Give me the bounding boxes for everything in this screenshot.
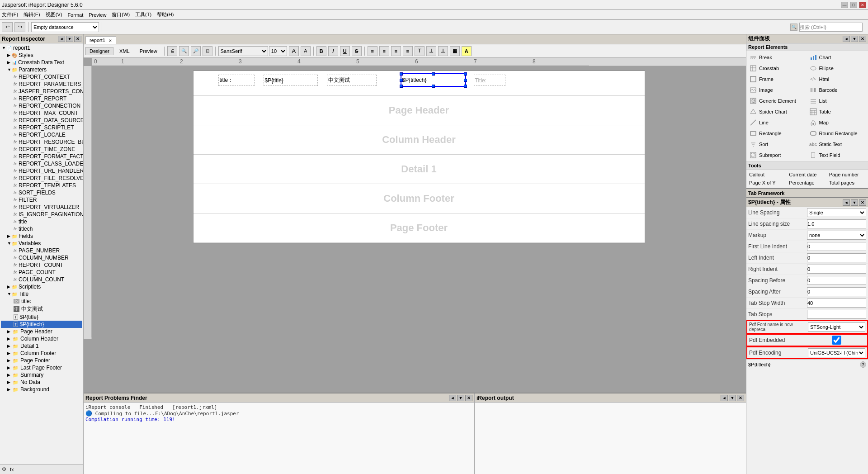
- zoom-in-button[interactable]: 🔎: [191, 46, 201, 56]
- components-menu[interactable]: ▼: [851, 36, 858, 42]
- prop-val-sb[interactable]: [807, 276, 866, 285]
- prop-val-pf[interactable]: STSong-Light: [808, 322, 865, 332]
- tree-param-title[interactable]: fxtitle: [1, 218, 82, 225]
- element-table[interactable]: Table: [807, 106, 868, 117]
- font-size-select[interactable]: 10: [269, 46, 287, 56]
- bold-button[interactable]: B: [316, 46, 326, 56]
- tree-title-band[interactable]: ▼📁Title: [1, 290, 82, 298]
- menu-help[interactable]: 帮助(H): [157, 11, 174, 18]
- tree-col-header[interactable]: ▶📁Column Header: [1, 335, 82, 342]
- forward-button[interactable]: ↪: [14, 22, 25, 32]
- element-subreport[interactable]: Subreport: [747, 150, 807, 161]
- tree-param-titlech[interactable]: fxtitlech: [1, 225, 82, 232]
- minimize-button[interactable]: —: [841, 2, 848, 8]
- tree-param-tmpl[interactable]: fxREPORT_TEMPLATES: [1, 182, 82, 189]
- inspector-collapse[interactable]: ◄: [58, 36, 65, 42]
- tree-param-map[interactable]: fxREPORT_PARAMETERS_MAP: [1, 81, 82, 88]
- font-grow-button[interactable]: A: [289, 46, 299, 56]
- handle-bl[interactable]: [400, 85, 403, 88]
- prop-val-sa[interactable]: [807, 287, 866, 296]
- menu-tools[interactable]: 工具(T): [135, 11, 151, 18]
- tool-callout[interactable]: Callout: [747, 171, 787, 179]
- element-list[interactable]: List: [807, 95, 868, 106]
- search-input[interactable]: [799, 23, 863, 32]
- tree-last-page[interactable]: ▶📁Last Page Footer: [1, 364, 82, 371]
- tool-current-date[interactable]: Current date: [787, 171, 827, 179]
- prop-val-pe[interactable]: [808, 336, 865, 345]
- inspector-icon1[interactable]: ⚙: [2, 466, 6, 472]
- tab-framework-header[interactable]: Tab Framework: [746, 188, 868, 197]
- align-justify-button[interactable]: ≡: [403, 46, 413, 56]
- element-static-text[interactable]: abc Static Text: [807, 139, 868, 150]
- tree-param-max[interactable]: fxREPORT_MAX_COUNT: [1, 109, 82, 117]
- prop-val-ri[interactable]: [807, 265, 866, 274]
- element-sort[interactable]: Sort: [747, 139, 807, 150]
- spacing-after-input[interactable]: [807, 287, 866, 296]
- tool-percentage[interactable]: Percentage: [787, 179, 827, 187]
- menu-format[interactable]: Format: [67, 12, 83, 18]
- prop-val-penc[interactable]: UniGB-UCS2-H (Chine...: [808, 348, 865, 357]
- element-chinese[interactable]: 中文测试: [327, 75, 377, 86]
- tree-page-header[interactable]: ▶📁Page Header: [1, 328, 82, 335]
- tree-param-ds[interactable]: fxREPORT_DATA_SOURCE: [1, 117, 82, 124]
- prop-val-ts[interactable]: [807, 310, 866, 319]
- close-button[interactable]: ✕: [859, 2, 866, 8]
- menu-edit[interactable]: 编辑(E): [24, 11, 40, 18]
- tree-no-data[interactable]: ▶📁No Data: [1, 379, 82, 386]
- inspector-close[interactable]: ✕: [74, 36, 81, 42]
- border-button[interactable]: ▦: [450, 46, 460, 56]
- tree-col-footer[interactable]: ▶📁Column Footer: [1, 350, 82, 357]
- bg-color-button[interactable]: A: [462, 46, 472, 56]
- tree-p-title[interactable]: T$P{title}: [1, 313, 82, 321]
- props-close[interactable]: ✕: [859, 199, 866, 206]
- prop-val-ls[interactable]: Single: [807, 208, 866, 217]
- tree-fields[interactable]: ▶📁Fields: [1, 232, 82, 240]
- tree-param-ff[interactable]: fxREPORT_FORMAT_FACTORY: [1, 153, 82, 160]
- element-crosstab[interactable]: Crosstab: [747, 63, 807, 74]
- element-titlech-selected[interactable]: $P{titlech}: [401, 73, 466, 87]
- tree-var-col[interactable]: fxCOLUMN_NUMBER: [1, 254, 82, 261]
- tree-param-tz[interactable]: fxREPORT_TIME_ZONE: [1, 146, 82, 153]
- dtab-xml[interactable]: XML: [115, 47, 134, 55]
- align-bottom-button[interactable]: ⊥: [438, 46, 448, 56]
- element-rectangle[interactable]: Rectangle: [747, 128, 807, 139]
- tool-page-x-of-y[interactable]: Page X of Y: [747, 179, 787, 187]
- tree-param-filter[interactable]: fxFILTER: [1, 196, 82, 204]
- tree-param-cl[interactable]: fxREPORT_CLASS_LOADER: [1, 160, 82, 167]
- pdf-encoding-select[interactable]: UniGB-UCS2-H (Chine...: [808, 348, 865, 357]
- tree-param-ign[interactable]: fxIS_IGNORE_PAGINATION: [1, 211, 82, 218]
- tree-summary[interactable]: ▶📁Summary: [1, 371, 82, 379]
- tree-param-urlh[interactable]: fxREPORT_URL_HANDLER_FACTORY: [1, 167, 82, 175]
- props-collapse[interactable]: ◄: [843, 199, 850, 206]
- line-spacing-select[interactable]: Single: [807, 208, 866, 217]
- dtab-preview[interactable]: Preview: [136, 47, 161, 55]
- line-spacing-size-input[interactable]: [807, 219, 866, 228]
- menu-view[interactable]: 视图(V): [46, 11, 62, 18]
- tree-page-footer[interactable]: ▶📁Page Footer: [1, 357, 82, 364]
- fit-button[interactable]: ⊡: [203, 46, 212, 56]
- font-family-select[interactable]: SansSerif: [218, 46, 268, 56]
- strikethrough-button[interactable]: S: [352, 46, 362, 56]
- handle-mr[interactable]: [464, 79, 467, 82]
- tree-var-colc[interactable]: fxCOLUMN_COUNT: [1, 276, 82, 283]
- underline-button[interactable]: U: [340, 46, 350, 56]
- pdf-embedded-check[interactable]: [808, 336, 865, 345]
- tree-parameters[interactable]: ▼📁Parameters: [1, 66, 82, 73]
- element-break[interactable]: Break: [747, 52, 807, 63]
- tab-stops-input[interactable]: [807, 310, 866, 319]
- element-spider[interactable]: Spider Chart: [747, 106, 807, 117]
- element-round-rect[interactable]: Round Rectangle: [807, 128, 868, 139]
- pdf-font-select[interactable]: STSong-Light: [808, 322, 865, 332]
- tree-param-locale[interactable]: fxREPORT_LOCALE: [1, 131, 82, 138]
- element-ellipse[interactable]: Ellipse: [807, 63, 868, 74]
- element-barcode[interactable]: Barcode: [807, 85, 868, 95]
- tree-param-fr[interactable]: fxREPORT_FILE_RESOLVER: [1, 175, 82, 182]
- left-indent-input[interactable]: [807, 253, 866, 262]
- element-frame[interactable]: Frame: [747, 74, 807, 85]
- back-button[interactable]: ↩: [2, 22, 13, 32]
- handle-ml[interactable]: [400, 79, 403, 82]
- tree-scriptlets[interactable]: ▶📁Scriptlets: [1, 283, 82, 290]
- handle-br[interactable]: [464, 85, 467, 88]
- tree-variables[interactable]: ▼📁Variables: [1, 240, 82, 247]
- prop-val-li[interactable]: [807, 253, 866, 262]
